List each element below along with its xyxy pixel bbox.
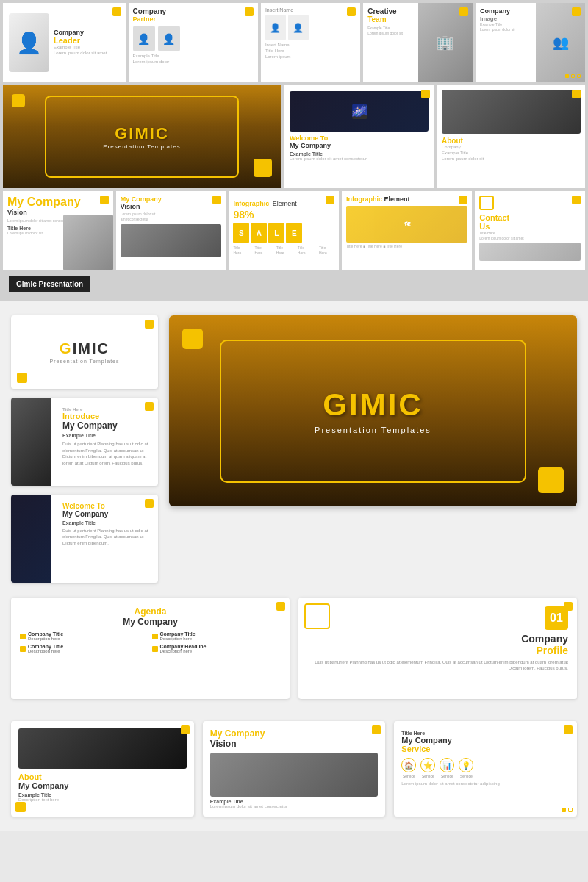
agenda-dot-1 bbox=[20, 634, 26, 639]
vision1-image bbox=[63, 215, 112, 270]
agenda-title: My Company bbox=[20, 617, 281, 627]
contact-map bbox=[479, 243, 581, 261]
corner-sq-welcome bbox=[421, 90, 430, 98]
service-icon-2: ⭐ Service bbox=[420, 758, 435, 778]
dot1 bbox=[565, 74, 569, 78]
service-icon-3: 📊 Service bbox=[440, 758, 454, 778]
welcome-dark-image: 🌌 bbox=[290, 91, 429, 132]
vision-image-bot bbox=[210, 753, 379, 797]
small-slide-introduce[interactable]: Title Here Introduce My Company Example … bbox=[11, 398, 158, 486]
vision-body-bot: Lorem ipsum dolor sit amet consectetur bbox=[210, 804, 379, 810]
profile-outline-box bbox=[304, 603, 330, 629]
agenda-label-2: Company Title bbox=[160, 631, 196, 637]
main-hero-slide[interactable]: GIMIC Presentation Templates bbox=[169, 315, 577, 506]
introduce-example: Example Title bbox=[62, 433, 151, 438]
about-body-bot: Description text here bbox=[18, 797, 187, 803]
welcome-body-sm: Duis ut parturient Planning has us ut od… bbox=[62, 528, 151, 546]
bot-slide-about[interactable]: About My Company Example Title Descripti… bbox=[11, 721, 194, 817]
service-icon-text-1: Service bbox=[403, 774, 415, 778]
dot3 bbox=[577, 74, 581, 78]
insert-box-1: 👤 bbox=[265, 15, 286, 40]
company-image-text: Example TitleLorem ipsum dolor sit bbox=[480, 22, 535, 32]
left-small-column: GIMIC Presentation Templates Title Here … bbox=[11, 315, 158, 583]
agenda-item-1: Company Title Description here bbox=[20, 631, 149, 641]
bot-slide-vision[interactable]: My Company Vision Example Title Lorem ip… bbox=[203, 721, 386, 817]
mh-sq-bottomright bbox=[538, 467, 564, 493]
service-label: Title Here bbox=[401, 731, 570, 736]
leader-body: Example TitleLorem ipsum dolor sit amet bbox=[54, 45, 107, 57]
slide-welcome-top[interactable]: 🌌 Welcome To My Company Example Title Lo… bbox=[284, 85, 434, 188]
slide-vision-1[interactable]: My Company Vision Lorem ipsum dolor sit … bbox=[3, 191, 113, 270]
profile-title: Company bbox=[521, 633, 568, 645]
service-icon-circle-1: 🏠 bbox=[401, 758, 416, 772]
bot-slide-service[interactable]: Title Here My Company Service 🏠 Service … bbox=[394, 721, 577, 817]
logo-corner-sq bbox=[145, 320, 154, 329]
agenda-text-3: Description here bbox=[28, 649, 63, 653]
inf1-title: Element bbox=[273, 200, 297, 207]
welcome-yellow: Welcome To bbox=[290, 135, 429, 142]
slide-main-hero-top[interactable]: GIMIC Presentation Templates bbox=[3, 85, 281, 188]
small-slide-welcome[interactable]: Welcome To My Company Example Title Duis… bbox=[11, 495, 158, 583]
infographic1-percentage: 98% bbox=[233, 209, 334, 220]
contact-subtitle: Us bbox=[479, 222, 581, 231]
about-image bbox=[442, 90, 581, 134]
vision-title-bot: Vision bbox=[210, 739, 379, 749]
slide-infographic-1[interactable]: Infographic Element 98% S A L E Title He… bbox=[229, 191, 339, 270]
agenda-text-1: Description here bbox=[28, 637, 63, 641]
inf1-labels: Title HereTitle HereTitle HereTitle Here… bbox=[233, 245, 334, 255]
vision-yellow-bot: My Company bbox=[210, 728, 379, 739]
introduce-content: Title Here Introduce My Company Example … bbox=[62, 407, 151, 466]
sale-s: S bbox=[233, 223, 249, 243]
vision2-text: Lorem ipsum dolor sitamet consectetur bbox=[121, 212, 222, 221]
corner-sq-contact bbox=[572, 196, 581, 204]
insert-boxes: 👤 👤 bbox=[265, 15, 356, 40]
slide-infographic-2[interactable]: Infographic Element 🗺 Title Here ■ Title… bbox=[342, 191, 472, 270]
company-image-title: Company Image bbox=[480, 7, 535, 22]
introduce-title: My Company bbox=[62, 420, 151, 431]
introduce-body: Duis ut parturient Planning has us ut od… bbox=[62, 441, 151, 466]
dot2 bbox=[571, 74, 575, 78]
slide-vision-2[interactable]: My Company Vision Lorem ipsum dolor sita… bbox=[116, 191, 226, 270]
agenda-label-1: Company Title bbox=[28, 631, 63, 637]
slide-company-image[interactable]: Company Image Example TitleLorem ipsum d… bbox=[476, 3, 585, 82]
corner-square-tr4 bbox=[459, 7, 468, 16]
corner-sq-inf2 bbox=[459, 196, 467, 204]
slide-company-leader[interactable]: Company Leader Example TitleLorem ipsum … bbox=[3, 3, 126, 82]
hero-subtitle: Presentation Templates bbox=[103, 143, 180, 150]
service-icons: 🏠 Service ⭐ Service 📊 Service 💡 Service bbox=[401, 758, 570, 778]
welcome-content-sm: Welcome To My Company Example Title Duis… bbox=[62, 502, 151, 546]
contact-box-icon bbox=[479, 196, 494, 210]
small-slide-logo[interactable]: GIMIC Presentation Templates bbox=[11, 315, 158, 389]
agenda-item-3: Company Title Description here bbox=[20, 644, 149, 653]
service-icon-circle-3: 📊 bbox=[440, 758, 454, 772]
welcome-image-sm bbox=[11, 495, 51, 583]
introduce-corner-sq bbox=[145, 402, 154, 411]
leader-label: Company bbox=[54, 29, 107, 36]
slide-insert-name[interactable]: Insert Name 👤 👤 Insert NameTitle HereLor… bbox=[261, 3, 360, 82]
insert-text: Insert NameTitle HereLorem ipsum bbox=[265, 43, 356, 60]
service-icon-circle-2: ⭐ bbox=[420, 758, 435, 772]
profile-corner-sq bbox=[564, 602, 573, 611]
agenda-slide[interactable]: Agenda My Company Company Title Descript… bbox=[11, 598, 290, 699]
hero-sq-bottomright bbox=[254, 159, 272, 177]
introduce-yellow: Introduce bbox=[62, 412, 151, 420]
slide-contact[interactable]: Contact Us Title HereLorem ipsum dolor s… bbox=[475, 191, 585, 270]
creative-label: Creative bbox=[368, 7, 396, 15]
bottom-slides-row: Agenda My Company Company Title Descript… bbox=[0, 598, 588, 714]
agenda-dot-3 bbox=[20, 646, 26, 652]
sale-e: E bbox=[286, 223, 302, 243]
contact-text: Title HereLorem ipsum dolor sit amet bbox=[479, 231, 581, 240]
corner-sq-inf1 bbox=[326, 196, 334, 204]
mh-sq-topleft bbox=[182, 329, 203, 349]
inf1-yellow: Infographic Element bbox=[233, 196, 334, 209]
slide-company-partner[interactable]: Company Partner 👤 👤 Example TitleLorem i… bbox=[129, 3, 258, 82]
service-dot-2 bbox=[568, 808, 573, 812]
agenda-label-4: Company Headline bbox=[160, 644, 207, 649]
service-icon-circle-4: 💡 bbox=[459, 758, 473, 772]
service-corner-sq bbox=[564, 725, 573, 734]
slide-about-top[interactable]: About CompanyExample TitleLorem ipsum do… bbox=[437, 85, 585, 188]
profile-slide[interactable]: 01 Company Profile Duis ut parturient Pl… bbox=[298, 598, 577, 699]
agenda-dot-4 bbox=[152, 646, 158, 652]
slide-creative-team[interactable]: Creative Team Example TitleLorem ipsum d… bbox=[363, 3, 473, 82]
partner-text: Example TitleLorem ipsum dolor bbox=[133, 54, 254, 65]
